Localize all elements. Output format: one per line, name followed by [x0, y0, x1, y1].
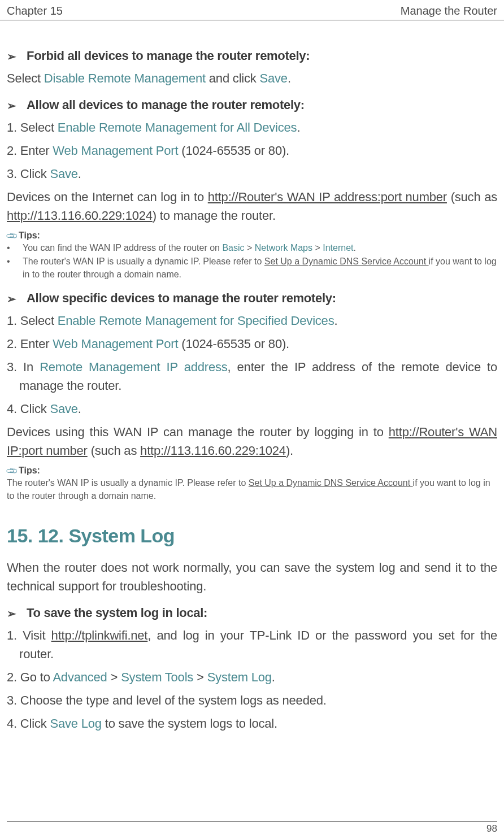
link-router-wan-url[interactable]: http://Router's WAN IP address:port numb…: [208, 190, 447, 204]
link-network-maps[interactable]: Network Maps: [255, 243, 312, 253]
step-1: 1. Select Enable Remote Management for A…: [7, 118, 497, 137]
link-internet[interactable]: Internet: [323, 243, 353, 253]
forbid-instruction: Select Disable Remote Management and cli…: [7, 69, 497, 88]
step-3: 3. In Remote Management IP address, ente…: [7, 358, 497, 395]
page-title: Manage the Router: [401, 5, 497, 18]
tips-label: 📎 Tips:: [7, 231, 497, 241]
heading-text: To save the system log in local:: [27, 606, 207, 620]
devices-login-info: Devices on the Internet can log in to ht…: [7, 188, 497, 225]
heading-allow-all: ➢ Allow all devices to manage the router…: [7, 98, 497, 114]
link-system-tools[interactable]: System Tools: [121, 670, 193, 684]
attach-icon: 📎: [5, 229, 18, 242]
step-2: 2. Enter Web Management Port (1024-65535…: [7, 334, 497, 353]
heading-save-log: ➢ To save the system log in local:: [7, 606, 497, 621]
attach-icon: 📎: [5, 464, 18, 477]
tip-bullet-2: • The router's WAN IP is usually a dynam…: [7, 255, 497, 281]
tip-bullet-1: • You can find the WAN IP address of the…: [7, 242, 497, 254]
step-2: 2. Enter Web Management Port (1024-65535…: [7, 141, 497, 160]
step-2: 2. Go to Advanced > System Tools > Syste…: [7, 668, 497, 686]
step-3: 3. Choose the type and level of the syst…: [7, 691, 497, 710]
arrow-right-icon: ➢: [7, 49, 16, 64]
link-web-port[interactable]: Web Management Port: [53, 144, 178, 158]
link-system-log[interactable]: System Log: [207, 670, 272, 684]
link-save[interactable]: Save: [50, 402, 77, 416]
heading-allow-specific: ➢ Allow specific devices to manage the r…: [7, 291, 497, 307]
tip-text: The router's WAN IP is usually a dynamic…: [7, 477, 497, 502]
link-tplinkwifi[interactable]: http://tplinkwifi.net: [51, 628, 148, 642]
step-4: 4. Click Save.: [7, 399, 497, 418]
bullet-dot: •: [7, 255, 23, 281]
system-log-intro: When the router does not work normally, …: [7, 558, 497, 595]
link-example-url[interactable]: http://113.116.60.229:1024: [140, 444, 286, 458]
link-basic[interactable]: Basic: [222, 243, 244, 253]
link-save[interactable]: Save: [260, 71, 288, 85]
heading-text: Allow specific devices to manage the rou…: [27, 291, 336, 306]
arrow-right-icon: ➢: [7, 291, 16, 307]
section-heading-system-log: 15. 12. System Log: [7, 525, 497, 547]
link-save[interactable]: Save: [50, 167, 77, 181]
link-advanced[interactable]: Advanced: [53, 670, 107, 684]
bullet-dot: •: [7, 242, 23, 254]
link-disable-remote[interactable]: Disable Remote Management: [44, 71, 206, 85]
link-dynamic-dns[interactable]: Set Up a Dynamic DNS Service Account: [264, 257, 429, 266]
link-enable-specified[interactable]: Enable Remote Management for Specified D…: [58, 314, 334, 328]
link-remote-ip[interactable]: Remote Management IP address: [40, 360, 227, 374]
heading-forbid: ➢ Forbid all devices to manage the route…: [7, 49, 497, 64]
page-header: Chapter 15 Manage the Router: [0, 0, 504, 20]
link-enable-all[interactable]: Enable Remote Management for All Devices: [58, 120, 297, 134]
link-example-url[interactable]: http://113.116.60.229:1024: [7, 208, 153, 223]
heading-text: Forbid all devices to manage the router …: [27, 49, 310, 63]
devices-wan-info: Devices using this WAN IP can manage the…: [7, 423, 497, 460]
heading-text: Allow all devices to manage the router r…: [27, 98, 305, 112]
link-dynamic-dns[interactable]: Set Up a Dynamic DNS Service Account: [249, 478, 413, 488]
page-number: 98: [7, 821, 497, 834]
tips-label: 📎 Tips:: [7, 466, 497, 476]
link-web-port[interactable]: Web Management Port: [53, 337, 178, 351]
step-3: 3. Click Save.: [7, 164, 497, 183]
page-content: ➢ Forbid all devices to manage the route…: [0, 49, 504, 733]
step-4: 4. Click Save Log to save the system log…: [7, 714, 497, 733]
arrow-right-icon: ➢: [7, 606, 16, 621]
step-1: 1. Visit http://tplinkwifi.net, and log …: [7, 626, 497, 663]
chapter-label: Chapter 15: [7, 5, 63, 18]
link-save-log[interactable]: Save Log: [50, 716, 101, 731]
arrow-right-icon: ➢: [7, 98, 16, 114]
step-1: 1. Select Enable Remote Management for S…: [7, 311, 497, 330]
